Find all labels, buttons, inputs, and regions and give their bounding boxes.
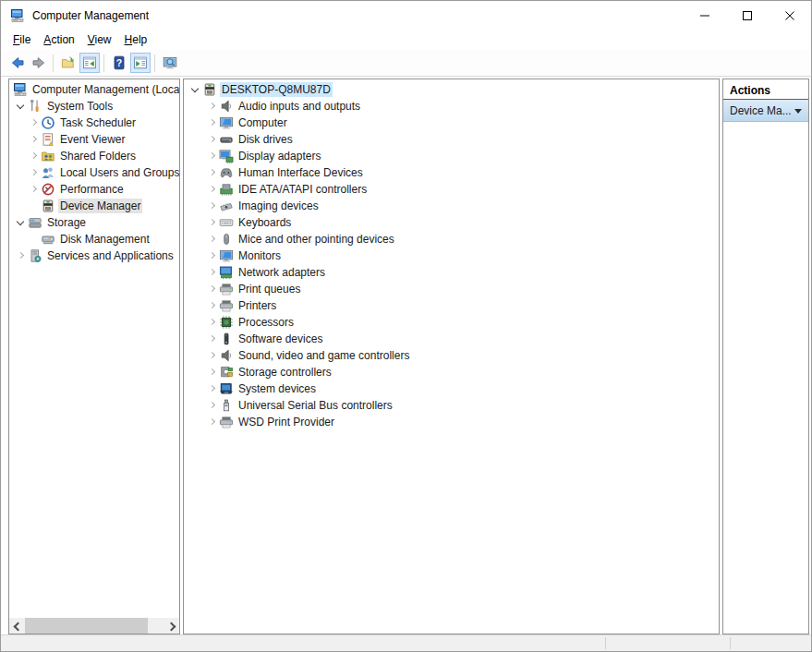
scroll-left-icon[interactable] (9, 618, 24, 634)
expander-icon[interactable] (206, 148, 219, 164)
expander-icon[interactable] (206, 248, 219, 264)
expander-icon[interactable] (206, 214, 219, 231)
expander-icon[interactable] (28, 148, 41, 164)
tree-item-shared-folders[interactable]: Shared Folders (9, 148, 179, 164)
tree-item-software-devices[interactable]: Software devices (184, 331, 719, 347)
speaker-icon (219, 348, 234, 363)
menu-file[interactable]: File (12, 31, 31, 48)
tree-item-ide-ata-atapi-controllers[interactable]: IDE ATA/ATAPI controllers (184, 181, 719, 198)
tree-item-imaging-devices[interactable]: Imaging devices (184, 198, 719, 214)
expander-icon[interactable] (206, 198, 219, 214)
tree-item-desktop-q8mu87d[interactable]: DESKTOP-Q8MU87D (184, 81, 719, 98)
tree-item-computer-management-local[interactable]: Computer Management (Local) (9, 81, 179, 98)
expander-icon[interactable] (206, 164, 219, 181)
expander-icon[interactable] (206, 314, 219, 331)
tree-item-printers[interactable]: Printers (184, 297, 719, 314)
expander-icon[interactable] (206, 331, 219, 347)
computer-management-window: Computer Management File Action (0, 0, 812, 652)
tree-item-disk-management[interactable]: Disk Management (9, 231, 179, 248)
forward-button[interactable] (29, 53, 49, 73)
tree-item-audio-inputs-and-outputs[interactable]: Audio inputs and outputs (184, 98, 719, 115)
expander-icon[interactable] (206, 264, 219, 281)
horizontal-scrollbar[interactable] (9, 618, 179, 634)
tree-item-computer[interactable]: Computer (184, 115, 719, 131)
storage-icon (28, 215, 42, 230)
minimize-button[interactable] (684, 1, 726, 30)
tree-item-network-adapters[interactable]: Network adapters (184, 264, 719, 281)
menu-view[interactable]: View (87, 31, 113, 48)
help-button[interactable] (109, 53, 129, 73)
expander-icon[interactable] (15, 214, 28, 231)
speaker-icon (219, 99, 234, 114)
tb-action-pane-icon (133, 55, 148, 70)
expander-icon[interactable] (206, 397, 219, 414)
back-button[interactable] (7, 53, 28, 73)
title-bar: Computer Management (1, 1, 811, 30)
expander-icon[interactable] (28, 231, 41, 248)
tree-item-keyboards[interactable]: Keyboards (184, 214, 719, 231)
menu-help[interactable]: Help (124, 31, 149, 48)
expander-icon[interactable] (28, 164, 41, 181)
tree-item-event-viewer[interactable]: Event Viewer (9, 131, 179, 148)
tree-item-system-tools[interactable]: System Tools (9, 98, 179, 115)
close-icon (785, 11, 794, 20)
device-manager-actions-group[interactable]: Device Ma... (723, 100, 808, 122)
mouse-icon (219, 232, 234, 247)
tree-item-storage[interactable]: Storage (9, 214, 179, 231)
tree-item-display-adapters[interactable]: Display adapters (184, 148, 719, 164)
expander-icon[interactable] (28, 181, 41, 198)
expander-icon[interactable] (206, 414, 219, 430)
export-list-button[interactable] (58, 53, 79, 73)
tb-console-tree-icon (82, 55, 97, 70)
expander-icon[interactable] (206, 231, 219, 248)
expander-icon[interactable] (206, 297, 219, 314)
tree-item-processors[interactable]: Processors (184, 314, 719, 331)
expander-icon[interactable] (15, 98, 28, 115)
expander-icon[interactable] (206, 364, 219, 380)
performance-icon (41, 182, 55, 197)
close-button[interactable] (769, 1, 811, 30)
expander-icon[interactable] (206, 131, 219, 148)
expander-icon[interactable] (28, 115, 41, 131)
show-console-tree-button[interactable] (79, 53, 100, 73)
tree-item-device-manager[interactable]: Device Manager (9, 198, 179, 214)
expander-icon[interactable] (206, 347, 219, 364)
tree-item-universal-serial-bus-controllers[interactable]: Universal Serial Bus controllers (184, 397, 719, 414)
expander-icon[interactable] (206, 115, 219, 131)
expander-icon[interactable] (28, 131, 41, 148)
expander-icon[interactable] (206, 181, 219, 198)
tree-item-storage-controllers[interactable]: Storage controllers (184, 364, 719, 380)
tree-item-wsd-print-provider[interactable]: WSD Print Provider (184, 414, 719, 430)
software-icon (219, 332, 234, 346)
expander-icon[interactable] (206, 98, 219, 115)
expander-icon[interactable] (206, 380, 219, 397)
computer-mgmt-icon (13, 82, 28, 97)
tree-item-print-queues[interactable]: Print queues (184, 281, 719, 297)
tree-item-disk-drives[interactable]: Disk drives (184, 131, 719, 148)
tree-item-local-users-and-groups[interactable]: Local Users and Groups (9, 164, 179, 181)
tree-item-monitors[interactable]: Monitors (184, 248, 719, 264)
tree-item-human-interface-devices[interactable]: Human Interface Devices (184, 164, 719, 181)
printer-icon (219, 282, 234, 296)
tree-item-system-devices[interactable]: System devices (184, 380, 719, 397)
expander-icon[interactable] (28, 198, 41, 214)
expander-icon[interactable] (206, 281, 219, 297)
expander-icon[interactable] (189, 81, 202, 98)
storage-controller-icon (219, 365, 234, 380)
maximize-button[interactable] (726, 1, 769, 30)
expander-icon[interactable] (15, 248, 28, 264)
tree-item-services-and-applications[interactable]: Services and Applications (9, 248, 179, 264)
tree-item-performance[interactable]: Performance (9, 181, 179, 198)
show-action-pane-button[interactable] (130, 53, 151, 73)
console-window-button[interactable] (160, 53, 180, 73)
tree-item-mice-and-other-pointing-devices[interactable]: Mice and other pointing devices (184, 231, 719, 248)
scroll-right-icon[interactable] (164, 618, 179, 634)
caption-buttons (684, 1, 811, 30)
menu-action[interactable]: Action (42, 31, 75, 48)
usb-icon (219, 398, 234, 413)
actions-pane: Actions Device Ma... (722, 78, 809, 634)
maximize-icon (743, 11, 752, 20)
tree-item-sound-video-and-game-controllers[interactable]: Sound, video and game controllers (184, 347, 719, 364)
scrollbar-thumb[interactable] (25, 618, 148, 634)
tree-item-task-scheduler[interactable]: Task Scheduler (9, 115, 179, 131)
